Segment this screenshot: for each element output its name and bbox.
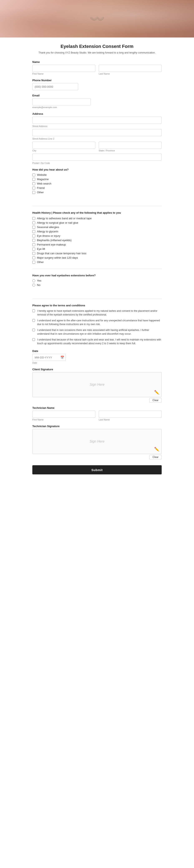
extensions-before-section: Have you ever had eyelashes extensions b…	[32, 274, 162, 286]
client-signature-box[interactable]: Sign Here ✏️	[32, 372, 162, 397]
health-seasonal-checkbox[interactable]	[32, 226, 35, 229]
last-name-helper: Last Name	[99, 72, 162, 75]
terms-section: Please agree to the terms and conditions…	[32, 304, 162, 345]
extensions-no-radio[interactable]	[32, 284, 35, 286]
phone-input[interactable]	[32, 83, 78, 90]
health-eye-lift-label: Eye lift	[37, 247, 45, 251]
email-input[interactable]	[32, 98, 91, 105]
health-eye-illness-checkbox[interactable]	[32, 235, 35, 238]
health-section-label: Health History | Please check any of the…	[32, 211, 162, 214]
tech-last-name-helper: Last Name	[99, 418, 162, 421]
client-signature-clear-button[interactable]: Clear	[149, 398, 162, 403]
name-label: Name	[32, 60, 162, 64]
health-drugs-hair-checkbox[interactable]	[32, 252, 35, 255]
health-glycerin-checkbox[interactable]	[32, 230, 35, 233]
health-blepharitis-checkbox[interactable]	[32, 239, 35, 242]
date-label: Date	[32, 349, 162, 352]
health-adhesive-label: Allergy to adhesives band aid or medical…	[37, 217, 91, 220]
health-glycerin-label: Allergy to glycerin	[37, 230, 58, 233]
health-surgical-glue-checkbox[interactable]	[32, 221, 35, 224]
health-blepharitis-label: Blepharitis (inflamed eyelids)	[37, 239, 72, 242]
state-helper: State / Province	[99, 149, 162, 152]
health-glycerin[interactable]: Allergy to glycerin	[32, 230, 162, 233]
hear-websearch[interactable]: Web search	[32, 182, 162, 185]
health-other[interactable]: Other	[32, 260, 162, 264]
terms-checkbox-3[interactable]	[32, 329, 35, 331]
hear-about-section: How did you hear about us? Website Magaz…	[32, 168, 162, 194]
health-surgery-checkbox[interactable]	[32, 256, 35, 259]
extensions-yes-label: Yes	[37, 279, 41, 282]
first-name-input[interactable]	[32, 65, 95, 72]
extensions-yes-radio[interactable]	[32, 279, 35, 282]
health-adhesive[interactable]: Allergy to adhesives band aid or medical…	[32, 217, 162, 220]
hero-image	[0, 0, 194, 37]
hear-friend-checkbox[interactable]	[32, 187, 35, 189]
hear-magazine-checkbox[interactable]	[32, 178, 35, 181]
address-section: Address Street Address Street Address Li…	[32, 112, 162, 164]
technician-name-label: Technician Name	[32, 406, 162, 409]
health-other-checkbox[interactable]	[32, 261, 35, 264]
hear-friend[interactable]: Friend	[32, 186, 162, 189]
tech-signature-pen-icon: ✏️	[154, 447, 159, 452]
client-signature-section: Client Signature Sign Here ✏️ Clear	[32, 368, 162, 403]
health-drugs-hair[interactable]: Drugs that can cause temporary hair loss	[32, 252, 162, 255]
extensions-yes[interactable]: Yes	[32, 279, 162, 282]
health-blepharitis[interactable]: Blepharitis (inflamed eyelids)	[32, 239, 162, 242]
date-section: Date 📅 Date	[32, 349, 162, 364]
technician-signature-clear-button[interactable]: Clear	[149, 455, 162, 459]
hear-other[interactable]: Other	[32, 191, 162, 194]
terms-item-3: I understand that in rare occasions ther…	[32, 328, 162, 336]
terms-checkbox-4[interactable]	[32, 338, 35, 341]
health-drugs-hair-label: Drugs that can cause temporary hair loss	[37, 252, 86, 255]
divider-2	[32, 269, 162, 269]
hear-website-checkbox[interactable]	[32, 174, 35, 176]
health-eye-illness-label: Eye illness or injury	[37, 234, 60, 238]
hear-friend-label: Friend	[37, 186, 45, 189]
form-subtitle: Thank you for choosing XYZ Beauty Studio…	[32, 51, 162, 55]
hear-other-checkbox[interactable]	[32, 191, 35, 194]
health-options: Allergy to adhesives band aid or medical…	[32, 217, 162, 264]
hear-websearch-label: Web search	[37, 182, 51, 185]
street-address-helper: Street Address	[32, 125, 162, 127]
technician-signature-section: Technician Signature Sign Here ✏️ Clear	[32, 425, 162, 459]
zip-input[interactable]	[32, 153, 162, 161]
name-section: Name First Name Last Name	[32, 60, 162, 75]
technician-signature-box[interactable]: Sign Here ✏️	[32, 429, 162, 454]
street-address-line2-input[interactable]	[32, 129, 162, 136]
tech-sign-here-text: Sign Here	[89, 440, 104, 443]
date-helper: Date	[32, 362, 162, 364]
tech-last-name-input[interactable]	[99, 411, 162, 418]
last-name-input[interactable]	[99, 65, 162, 72]
city-input[interactable]	[32, 142, 95, 149]
health-permanent-makeup[interactable]: Permanent eye-makeup	[32, 243, 162, 246]
terms-item-2: I understand and agree to the after-care…	[32, 319, 162, 326]
hear-magazine[interactable]: Magazine	[32, 178, 162, 181]
tech-first-name-input[interactable]	[32, 411, 95, 418]
health-permanent-makeup-checkbox[interactable]	[32, 243, 35, 246]
health-adhesive-checkbox[interactable]	[32, 217, 35, 220]
street-address-input[interactable]	[32, 117, 162, 124]
health-seasonal[interactable]: Seasonal allergies	[32, 225, 162, 229]
phone-section: Phone Number	[32, 79, 162, 90]
health-eye-lift[interactable]: Eye lift	[32, 247, 162, 251]
hear-website[interactable]: Website	[32, 173, 162, 176]
hear-websearch-checkbox[interactable]	[32, 182, 35, 185]
terms-text-2: I understand and agree to the after-care…	[37, 319, 162, 326]
client-signature-pen-icon: ✏️	[154, 390, 159, 395]
health-surgery[interactable]: Major surgery within last 120 days	[32, 256, 162, 259]
client-signature-label: Client Signature	[32, 368, 162, 371]
date-input[interactable]	[32, 354, 66, 361]
health-permanent-makeup-label: Permanent eye-makeup	[37, 243, 66, 246]
state-input[interactable]	[99, 142, 162, 149]
health-seasonal-label: Seasonal allergies	[37, 225, 59, 229]
health-surgical-glue[interactable]: Allergy to surgical glue or nail glue	[32, 221, 162, 224]
extensions-before-label: Have you ever had eyelashes extensions b…	[32, 274, 162, 277]
terms-text-3: I understand that in rare occasions ther…	[37, 328, 162, 336]
extensions-no[interactable]: No	[32, 283, 162, 286]
terms-checkbox-2[interactable]	[32, 319, 35, 322]
terms-checkbox-1[interactable]	[32, 309, 35, 312]
health-eye-illness[interactable]: Eye illness or injury	[32, 234, 162, 238]
submit-button[interactable]: Submit	[32, 465, 162, 474]
first-name-helper: First Name	[32, 72, 95, 75]
health-eye-lift-checkbox[interactable]	[32, 248, 35, 251]
